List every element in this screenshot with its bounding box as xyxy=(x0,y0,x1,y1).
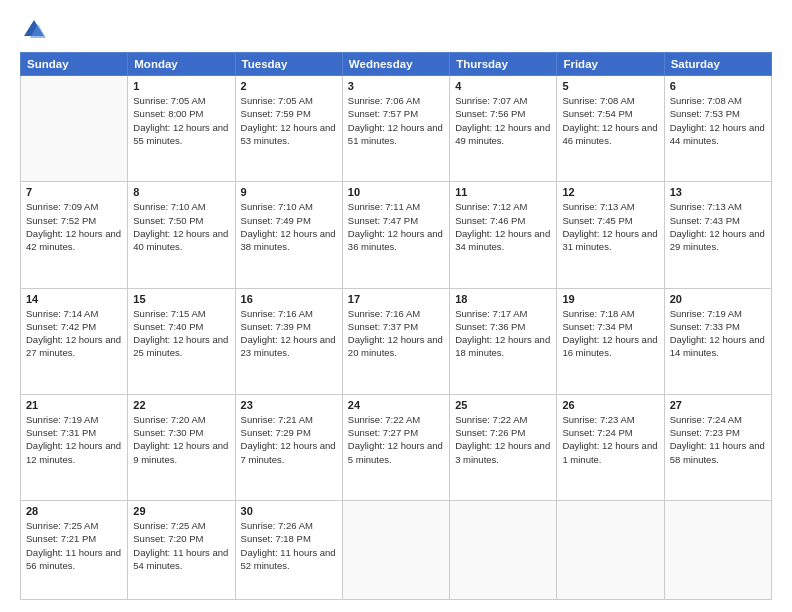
day-number: 29 xyxy=(133,505,229,517)
day-number: 15 xyxy=(133,293,229,305)
day-info: Sunrise: 7:26 AMSunset: 7:18 PMDaylight:… xyxy=(241,519,337,572)
day-number: 22 xyxy=(133,399,229,411)
calendar-cell xyxy=(342,501,449,600)
weekday-header-monday: Monday xyxy=(128,53,235,76)
calendar-cell: 26Sunrise: 7:23 AMSunset: 7:24 PMDayligh… xyxy=(557,394,664,500)
calendar-cell: 29Sunrise: 7:25 AMSunset: 7:20 PMDayligh… xyxy=(128,501,235,600)
calendar-cell: 3Sunrise: 7:06 AMSunset: 7:57 PMDaylight… xyxy=(342,76,449,182)
calendar-cell: 2Sunrise: 7:05 AMSunset: 7:59 PMDaylight… xyxy=(235,76,342,182)
day-info: Sunrise: 7:21 AMSunset: 7:29 PMDaylight:… xyxy=(241,413,337,466)
day-info: Sunrise: 7:25 AMSunset: 7:20 PMDaylight:… xyxy=(133,519,229,572)
calendar-week-4: 28Sunrise: 7:25 AMSunset: 7:21 PMDayligh… xyxy=(21,501,772,600)
logo xyxy=(20,16,52,44)
day-number: 19 xyxy=(562,293,658,305)
day-info: Sunrise: 7:18 AMSunset: 7:34 PMDaylight:… xyxy=(562,307,658,360)
calendar-cell: 25Sunrise: 7:22 AMSunset: 7:26 PMDayligh… xyxy=(450,394,557,500)
calendar-cell: 7Sunrise: 7:09 AMSunset: 7:52 PMDaylight… xyxy=(21,182,128,288)
calendar-cell: 23Sunrise: 7:21 AMSunset: 7:29 PMDayligh… xyxy=(235,394,342,500)
day-info: Sunrise: 7:13 AMSunset: 7:43 PMDaylight:… xyxy=(670,200,766,253)
calendar-cell: 21Sunrise: 7:19 AMSunset: 7:31 PMDayligh… xyxy=(21,394,128,500)
day-number: 5 xyxy=(562,80,658,92)
calendar-cell: 11Sunrise: 7:12 AMSunset: 7:46 PMDayligh… xyxy=(450,182,557,288)
day-number: 20 xyxy=(670,293,766,305)
day-number: 1 xyxy=(133,80,229,92)
calendar-cell: 6Sunrise: 7:08 AMSunset: 7:53 PMDaylight… xyxy=(664,76,771,182)
day-number: 30 xyxy=(241,505,337,517)
day-number: 12 xyxy=(562,186,658,198)
day-info: Sunrise: 7:19 AMSunset: 7:31 PMDaylight:… xyxy=(26,413,122,466)
day-number: 18 xyxy=(455,293,551,305)
day-number: 4 xyxy=(455,80,551,92)
calendar-cell: 24Sunrise: 7:22 AMSunset: 7:27 PMDayligh… xyxy=(342,394,449,500)
weekday-header-thursday: Thursday xyxy=(450,53,557,76)
calendar-cell: 19Sunrise: 7:18 AMSunset: 7:34 PMDayligh… xyxy=(557,288,664,394)
calendar-cell: 14Sunrise: 7:14 AMSunset: 7:42 PMDayligh… xyxy=(21,288,128,394)
weekday-header-sunday: Sunday xyxy=(21,53,128,76)
day-number: 10 xyxy=(348,186,444,198)
calendar-cell xyxy=(21,76,128,182)
day-info: Sunrise: 7:16 AMSunset: 7:37 PMDaylight:… xyxy=(348,307,444,360)
day-info: Sunrise: 7:08 AMSunset: 7:53 PMDaylight:… xyxy=(670,94,766,147)
day-info: Sunrise: 7:15 AMSunset: 7:40 PMDaylight:… xyxy=(133,307,229,360)
calendar-week-2: 14Sunrise: 7:14 AMSunset: 7:42 PMDayligh… xyxy=(21,288,772,394)
day-info: Sunrise: 7:10 AMSunset: 7:50 PMDaylight:… xyxy=(133,200,229,253)
calendar-cell: 15Sunrise: 7:15 AMSunset: 7:40 PMDayligh… xyxy=(128,288,235,394)
calendar-cell: 20Sunrise: 7:19 AMSunset: 7:33 PMDayligh… xyxy=(664,288,771,394)
calendar-table: SundayMondayTuesdayWednesdayThursdayFrid… xyxy=(20,52,772,600)
calendar-cell: 28Sunrise: 7:25 AMSunset: 7:21 PMDayligh… xyxy=(21,501,128,600)
weekday-header-tuesday: Tuesday xyxy=(235,53,342,76)
day-number: 8 xyxy=(133,186,229,198)
day-number: 11 xyxy=(455,186,551,198)
day-number: 21 xyxy=(26,399,122,411)
day-number: 17 xyxy=(348,293,444,305)
logo-icon xyxy=(20,16,48,44)
calendar-cell: 4Sunrise: 7:07 AMSunset: 7:56 PMDaylight… xyxy=(450,76,557,182)
page: SundayMondayTuesdayWednesdayThursdayFrid… xyxy=(0,0,792,612)
day-info: Sunrise: 7:08 AMSunset: 7:54 PMDaylight:… xyxy=(562,94,658,147)
day-number: 23 xyxy=(241,399,337,411)
calendar-week-3: 21Sunrise: 7:19 AMSunset: 7:31 PMDayligh… xyxy=(21,394,772,500)
day-number: 16 xyxy=(241,293,337,305)
header xyxy=(20,16,772,44)
calendar-cell: 10Sunrise: 7:11 AMSunset: 7:47 PMDayligh… xyxy=(342,182,449,288)
day-number: 24 xyxy=(348,399,444,411)
calendar-cell: 27Sunrise: 7:24 AMSunset: 7:23 PMDayligh… xyxy=(664,394,771,500)
calendar-week-0: 1Sunrise: 7:05 AMSunset: 8:00 PMDaylight… xyxy=(21,76,772,182)
calendar-cell: 5Sunrise: 7:08 AMSunset: 7:54 PMDaylight… xyxy=(557,76,664,182)
day-number: 13 xyxy=(670,186,766,198)
day-info: Sunrise: 7:23 AMSunset: 7:24 PMDaylight:… xyxy=(562,413,658,466)
day-info: Sunrise: 7:11 AMSunset: 7:47 PMDaylight:… xyxy=(348,200,444,253)
day-info: Sunrise: 7:13 AMSunset: 7:45 PMDaylight:… xyxy=(562,200,658,253)
calendar-cell: 30Sunrise: 7:26 AMSunset: 7:18 PMDayligh… xyxy=(235,501,342,600)
day-number: 25 xyxy=(455,399,551,411)
day-number: 28 xyxy=(26,505,122,517)
day-number: 26 xyxy=(562,399,658,411)
calendar-cell: 1Sunrise: 7:05 AMSunset: 8:00 PMDaylight… xyxy=(128,76,235,182)
calendar-cell xyxy=(557,501,664,600)
weekday-header-wednesday: Wednesday xyxy=(342,53,449,76)
day-info: Sunrise: 7:12 AMSunset: 7:46 PMDaylight:… xyxy=(455,200,551,253)
day-info: Sunrise: 7:05 AMSunset: 8:00 PMDaylight:… xyxy=(133,94,229,147)
calendar-cell: 16Sunrise: 7:16 AMSunset: 7:39 PMDayligh… xyxy=(235,288,342,394)
day-number: 2 xyxy=(241,80,337,92)
day-info: Sunrise: 7:22 AMSunset: 7:27 PMDaylight:… xyxy=(348,413,444,466)
day-info: Sunrise: 7:24 AMSunset: 7:23 PMDaylight:… xyxy=(670,413,766,466)
day-info: Sunrise: 7:22 AMSunset: 7:26 PMDaylight:… xyxy=(455,413,551,466)
day-info: Sunrise: 7:10 AMSunset: 7:49 PMDaylight:… xyxy=(241,200,337,253)
day-info: Sunrise: 7:06 AMSunset: 7:57 PMDaylight:… xyxy=(348,94,444,147)
day-info: Sunrise: 7:19 AMSunset: 7:33 PMDaylight:… xyxy=(670,307,766,360)
day-info: Sunrise: 7:25 AMSunset: 7:21 PMDaylight:… xyxy=(26,519,122,572)
calendar-cell: 13Sunrise: 7:13 AMSunset: 7:43 PMDayligh… xyxy=(664,182,771,288)
day-info: Sunrise: 7:20 AMSunset: 7:30 PMDaylight:… xyxy=(133,413,229,466)
day-number: 14 xyxy=(26,293,122,305)
day-info: Sunrise: 7:14 AMSunset: 7:42 PMDaylight:… xyxy=(26,307,122,360)
weekday-header-saturday: Saturday xyxy=(664,53,771,76)
calendar-cell xyxy=(450,501,557,600)
calendar-cell: 17Sunrise: 7:16 AMSunset: 7:37 PMDayligh… xyxy=(342,288,449,394)
day-number: 3 xyxy=(348,80,444,92)
day-number: 7 xyxy=(26,186,122,198)
day-number: 27 xyxy=(670,399,766,411)
day-info: Sunrise: 7:17 AMSunset: 7:36 PMDaylight:… xyxy=(455,307,551,360)
calendar-cell xyxy=(664,501,771,600)
weekday-header-friday: Friday xyxy=(557,53,664,76)
